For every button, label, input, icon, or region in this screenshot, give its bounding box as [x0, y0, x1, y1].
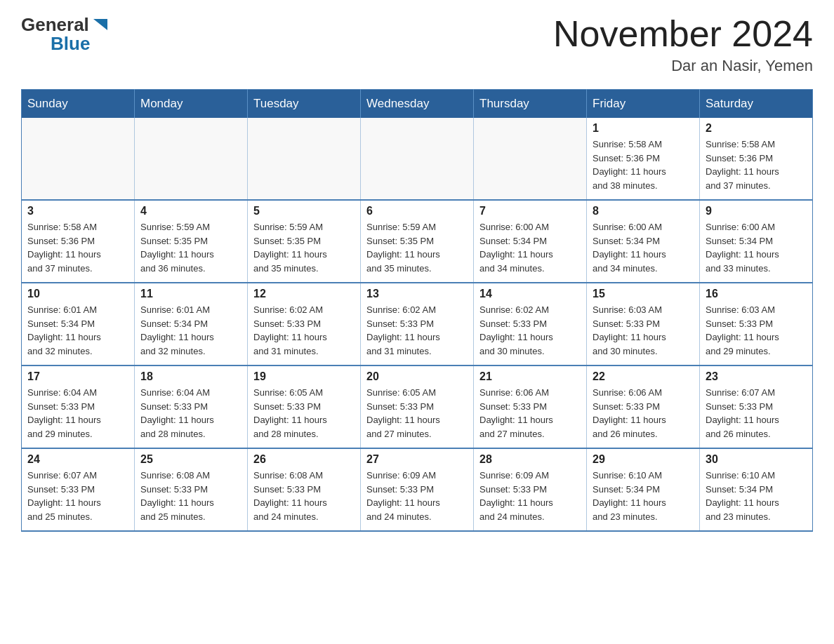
- day-number: 30: [706, 453, 807, 466]
- day-info: Sunrise: 5:59 AM Sunset: 5:35 PM Dayligh…: [140, 220, 241, 275]
- day-info: Sunrise: 6:03 AM Sunset: 5:33 PM Dayligh…: [706, 303, 807, 358]
- day-number: 16: [706, 288, 807, 300]
- day-info: Sunrise: 6:09 AM Sunset: 5:33 PM Dayligh…: [479, 469, 581, 523]
- weekday-header-thursday: Thursday: [474, 90, 587, 119]
- day-number: 28: [479, 453, 581, 466]
- calendar-cell: 5Sunrise: 5:59 AM Sunset: 5:35 PM Daylig…: [248, 200, 361, 283]
- day-number: 2: [706, 122, 807, 135]
- day-number: 17: [27, 370, 128, 383]
- weekday-header-wednesday: Wednesday: [361, 90, 474, 119]
- calendar-week-1: 1Sunrise: 5:58 AM Sunset: 5:36 PM Daylig…: [22, 118, 813, 200]
- calendar-cell: 3Sunrise: 5:58 AM Sunset: 5:36 PM Daylig…: [22, 200, 135, 283]
- day-info: Sunrise: 6:05 AM Sunset: 5:33 PM Dayligh…: [253, 386, 355, 441]
- day-info: Sunrise: 5:59 AM Sunset: 5:35 PM Dayligh…: [366, 220, 468, 275]
- day-info: Sunrise: 6:10 AM Sunset: 5:34 PM Dayligh…: [593, 469, 694, 523]
- day-info: Sunrise: 5:59 AM Sunset: 5:35 PM Dayligh…: [253, 220, 355, 275]
- day-number: 19: [253, 370, 355, 383]
- calendar-title-block: November 2024 Dar an Nasir, Yemen: [553, 14, 813, 75]
- day-number: 20: [366, 370, 468, 383]
- calendar-cell: 21Sunrise: 6:06 AM Sunset: 5:33 PM Dayli…: [474, 365, 587, 448]
- calendar-cell: 11Sunrise: 6:01 AM Sunset: 5:34 PM Dayli…: [135, 283, 248, 365]
- day-info: Sunrise: 5:58 AM Sunset: 5:36 PM Dayligh…: [27, 220, 128, 275]
- day-info: Sunrise: 5:58 AM Sunset: 5:36 PM Dayligh…: [593, 137, 694, 192]
- day-info: Sunrise: 6:05 AM Sunset: 5:33 PM Dayligh…: [366, 386, 468, 441]
- calendar-week-3: 10Sunrise: 6:01 AM Sunset: 5:34 PM Dayli…: [22, 283, 813, 365]
- day-number: 13: [366, 288, 468, 300]
- day-number: 7: [479, 205, 581, 217]
- calendar-cell: 9Sunrise: 6:00 AM Sunset: 5:34 PM Daylig…: [700, 200, 813, 283]
- calendar-title: November 2024: [553, 14, 813, 54]
- logo-triangle-icon: [91, 15, 110, 34]
- day-number: 25: [140, 453, 241, 466]
- weekday-header-tuesday: Tuesday: [248, 90, 361, 119]
- calendar-cell: 23Sunrise: 6:07 AM Sunset: 5:33 PM Dayli…: [700, 365, 813, 448]
- calendar-cell: 6Sunrise: 5:59 AM Sunset: 5:35 PM Daylig…: [361, 200, 474, 283]
- day-info: Sunrise: 6:08 AM Sunset: 5:33 PM Dayligh…: [140, 469, 241, 523]
- day-number: 9: [706, 205, 807, 217]
- calendar-cell: 30Sunrise: 6:10 AM Sunset: 5:34 PM Dayli…: [700, 448, 813, 531]
- day-info: Sunrise: 6:02 AM Sunset: 5:33 PM Dayligh…: [366, 303, 468, 358]
- calendar-cell: 1Sunrise: 5:58 AM Sunset: 5:36 PM Daylig…: [587, 118, 700, 200]
- calendar-cell: [135, 118, 248, 200]
- day-info: Sunrise: 6:00 AM Sunset: 5:34 PM Dayligh…: [479, 220, 581, 275]
- calendar-cell: 25Sunrise: 6:08 AM Sunset: 5:33 PM Dayli…: [135, 448, 248, 531]
- weekday-header-row: SundayMondayTuesdayWednesdayThursdayFrid…: [22, 90, 813, 119]
- day-number: 3: [27, 205, 128, 217]
- calendar-cell: 22Sunrise: 6:06 AM Sunset: 5:33 PM Dayli…: [587, 365, 700, 448]
- weekday-header-saturday: Saturday: [700, 90, 813, 119]
- day-number: 21: [479, 370, 581, 383]
- day-info: Sunrise: 6:01 AM Sunset: 5:34 PM Dayligh…: [27, 303, 128, 358]
- calendar-cell: 19Sunrise: 6:05 AM Sunset: 5:33 PM Dayli…: [248, 365, 361, 448]
- day-number: 26: [253, 453, 355, 466]
- calendar-cell: 10Sunrise: 6:01 AM Sunset: 5:34 PM Dayli…: [22, 283, 135, 365]
- day-info: Sunrise: 6:00 AM Sunset: 5:34 PM Dayligh…: [593, 220, 694, 275]
- day-number: 1: [593, 122, 694, 135]
- day-number: 22: [593, 370, 694, 383]
- calendar-cell: [361, 118, 474, 200]
- day-number: 5: [253, 205, 355, 217]
- day-info: Sunrise: 6:02 AM Sunset: 5:33 PM Dayligh…: [253, 303, 355, 358]
- day-number: 15: [593, 288, 694, 300]
- day-info: Sunrise: 6:02 AM Sunset: 5:33 PM Dayligh…: [479, 303, 581, 358]
- day-info: Sunrise: 5:58 AM Sunset: 5:36 PM Dayligh…: [706, 137, 807, 192]
- calendar-week-4: 17Sunrise: 6:04 AM Sunset: 5:33 PM Dayli…: [22, 365, 813, 448]
- day-info: Sunrise: 6:01 AM Sunset: 5:34 PM Dayligh…: [140, 303, 241, 358]
- calendar-cell: 14Sunrise: 6:02 AM Sunset: 5:33 PM Dayli…: [474, 283, 587, 365]
- day-info: Sunrise: 6:07 AM Sunset: 5:33 PM Dayligh…: [706, 386, 807, 441]
- day-number: 27: [366, 453, 468, 466]
- calendar-cell: 2Sunrise: 5:58 AM Sunset: 5:36 PM Daylig…: [700, 118, 813, 200]
- day-info: Sunrise: 6:06 AM Sunset: 5:33 PM Dayligh…: [593, 386, 694, 441]
- day-number: 4: [140, 205, 241, 217]
- day-info: Sunrise: 6:04 AM Sunset: 5:33 PM Dayligh…: [140, 386, 241, 441]
- day-number: 12: [253, 288, 355, 300]
- day-info: Sunrise: 6:08 AM Sunset: 5:33 PM Dayligh…: [253, 469, 355, 523]
- svg-marker-0: [93, 19, 107, 30]
- calendar-cell: 28Sunrise: 6:09 AM Sunset: 5:33 PM Dayli…: [474, 448, 587, 531]
- calendar-cell: 17Sunrise: 6:04 AM Sunset: 5:33 PM Dayli…: [22, 365, 135, 448]
- day-info: Sunrise: 6:09 AM Sunset: 5:33 PM Dayligh…: [366, 469, 468, 523]
- calendar-subtitle: Dar an Nasir, Yemen: [553, 57, 813, 75]
- day-info: Sunrise: 6:03 AM Sunset: 5:33 PM Dayligh…: [593, 303, 694, 358]
- calendar-cell: [22, 118, 135, 200]
- day-number: 18: [140, 370, 241, 383]
- day-number: 14: [479, 288, 581, 300]
- day-number: 11: [140, 288, 241, 300]
- calendar-cell: 20Sunrise: 6:05 AM Sunset: 5:33 PM Dayli…: [361, 365, 474, 448]
- calendar-week-5: 24Sunrise: 6:07 AM Sunset: 5:33 PM Dayli…: [22, 448, 813, 531]
- calendar-body: 1Sunrise: 5:58 AM Sunset: 5:36 PM Daylig…: [22, 118, 813, 531]
- calendar-cell: 12Sunrise: 6:02 AM Sunset: 5:33 PM Dayli…: [248, 283, 361, 365]
- weekday-header-friday: Friday: [587, 90, 700, 119]
- calendar-cell: 29Sunrise: 6:10 AM Sunset: 5:34 PM Dayli…: [587, 448, 700, 531]
- logo-blue-text: Blue: [51, 33, 90, 55]
- calendar-cell: 16Sunrise: 6:03 AM Sunset: 5:33 PM Dayli…: [700, 283, 813, 365]
- calendar-cell: 15Sunrise: 6:03 AM Sunset: 5:33 PM Dayli…: [587, 283, 700, 365]
- weekday-header-sunday: Sunday: [22, 90, 135, 119]
- calendar-cell: 8Sunrise: 6:00 AM Sunset: 5:34 PM Daylig…: [587, 200, 700, 283]
- calendar-table: SundayMondayTuesdayWednesdayThursdayFrid…: [21, 89, 813, 532]
- day-number: 24: [27, 453, 128, 466]
- calendar-cell: 7Sunrise: 6:00 AM Sunset: 5:34 PM Daylig…: [474, 200, 587, 283]
- day-info: Sunrise: 6:07 AM Sunset: 5:33 PM Dayligh…: [27, 469, 128, 523]
- calendar-cell: 27Sunrise: 6:09 AM Sunset: 5:33 PM Dayli…: [361, 448, 474, 531]
- weekday-header-monday: Monday: [135, 90, 248, 119]
- day-number: 6: [366, 205, 468, 217]
